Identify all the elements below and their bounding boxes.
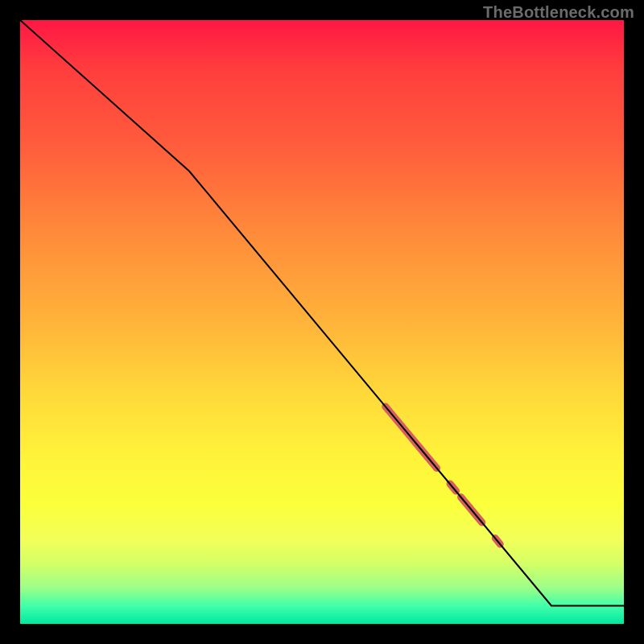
chart-stage: TheBottleneck.com [0,0,644,644]
line-layer [20,20,624,606]
watermark-text: TheBottleneck.com [483,3,634,22]
chart-svg [20,20,624,624]
plot-area [20,20,624,624]
series-line [20,20,624,606]
